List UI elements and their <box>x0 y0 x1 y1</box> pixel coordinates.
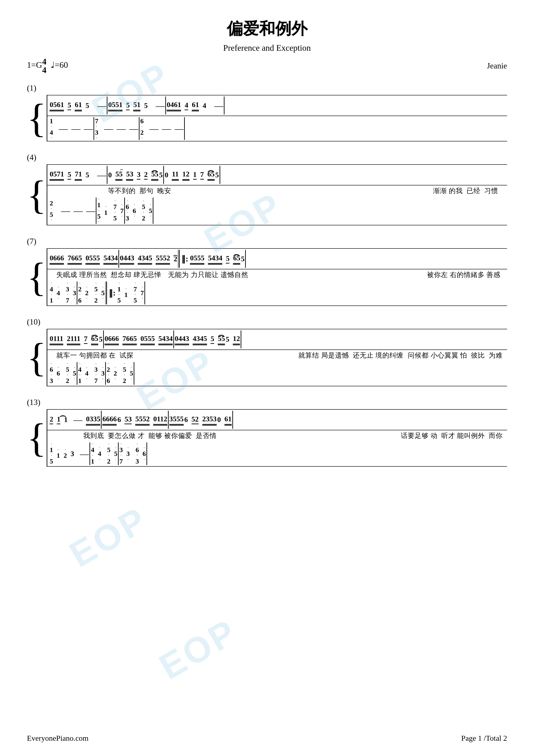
barline-3 <box>224 96 224 115</box>
section-num-3: (7) <box>27 237 507 246</box>
m5-4: 2 <box>144 170 148 179</box>
subtitle: Preference and Exception <box>27 43 507 53</box>
footer: EveryonePiano.com Page 1 /Total 2 <box>27 734 507 742</box>
m1-t2: 5 <box>67 101 71 110</box>
lyrics-4: 就车一 句拥回都 在 试探 就算结 局是遗憾 还无止 境的纠缠 问候都 小心翼翼… <box>47 350 507 361</box>
meta-row: 1=G44 ♩=60 Jeanie <box>27 57 507 74</box>
section-num-5: (13) <box>27 397 507 407</box>
m2-t4: 5 <box>144 101 148 110</box>
bass-5: ·1·5 ·1 ·2 3 — ·4·1 ·4· <box>47 441 507 467</box>
section-num-2: (4) <box>27 153 507 162</box>
lyrics-5: 我到底 要怎么做 才 能够 被你偏爱 是否情 话要足够 动 听才 能叫例外 而你 <box>47 430 507 441</box>
treble-1: 0561 5 61 5 — 0551 5 <box>47 95 507 116</box>
footer-left: EveryonePiano.com <box>27 734 89 742</box>
section-2: (4) { 0571 5 71 5 — <box>27 153 507 225</box>
treble-4: 0111 2111 7 65⌢ 5 0666 7665 <box>47 329 507 350</box>
treble-content-4: 0111 2111 7 65⌢ 5 0666 7665 <box>47 329 507 349</box>
b2-chord1: 7·3· <box>95 117 98 140</box>
bass-4: ·6·3 ·6· ·5·2 ·5· ·4·1 ·4· ·3·7 <box>47 361 507 386</box>
bass-1: 1·4· — — — 7·3· — — <box>47 116 507 141</box>
treble-content-2: 0571 5 71 5 — 0 55⌢ <box>47 165 507 185</box>
bass-2: 2·5· — — — ·1·5· ·1 ·7·5 <box>47 196 507 225</box>
b-barline-2 <box>139 117 140 140</box>
treble-content-5: 2⌢ 1 1 — 0335 6666 6 53 <box>47 410 507 430</box>
m3-t3: 61 <box>192 100 199 110</box>
composer: Jeanie <box>487 61 507 70</box>
m3-dash: — <box>214 100 223 111</box>
m4-2: 5 <box>67 170 71 179</box>
footer-right: Page 1 /Total 2 <box>461 734 507 742</box>
lyrics-2: 等不到的 那句 晚安 渐渐 的我 已经 习惯 <box>47 185 507 196</box>
barline-1 <box>107 96 108 115</box>
b-barline-3 <box>184 117 185 140</box>
treble-content-3: 0666 7665 0555 5434 0443 4345 5552 <box>47 249 507 269</box>
b3-chord1: 6·2· <box>140 117 143 140</box>
title-section: 偏爱和例外 Preference and Exception <box>27 18 507 53</box>
bass-3: ·4·1 ·4· ·3·7 ·3· ·2·6 ·2· ·5·2 <box>47 280 507 306</box>
m4-1: 0571 <box>50 170 64 180</box>
m2-t3: 51 <box>133 100 140 110</box>
barline-4 <box>107 166 108 184</box>
section-5: (13) { 2⌢ 1 1 — 0335 <box>27 397 507 467</box>
score-row-4: { 0111 2111 7 65⌢ 5 <box>27 329 507 386</box>
m1-t1: 0561 <box>50 100 64 110</box>
section-4: (10) { 0111 2111 7 65⌢ 5 <box>27 317 507 386</box>
m1-dash: — <box>97 100 106 111</box>
brace-3: { <box>27 248 47 306</box>
m5-5: 55⌢ <box>151 170 158 180</box>
section-num-4: (10) <box>27 317 507 327</box>
tempo-info: 1=G44 ♩=60 <box>27 57 68 74</box>
brace-5: { <box>27 409 47 467</box>
score-row-1-treble: { 0561 5 61 5 — <box>27 95 507 141</box>
m5-1: 55⌢ <box>115 170 122 180</box>
treble-3: 0666 7665 0555 5434 0443 4345 5552 <box>47 248 507 269</box>
section-1: (1) { 0561 5 61 5 — <box>27 83 507 141</box>
m5-3: 3 <box>137 170 140 179</box>
m6-1: 11 <box>172 170 179 180</box>
watermark-4: EOP <box>63 498 155 575</box>
barline-6 <box>219 166 220 184</box>
lyrics-3: 失眠成 理所当然 想念却 肆无忌惮 无能为 力只能让 遗憾自然 被你左 右的情緒… <box>47 269 507 280</box>
m6-4: 7 <box>200 170 204 179</box>
m6-5: 65⌢ <box>208 170 215 180</box>
m2-dash: — <box>156 100 165 111</box>
section-num-1: (1) <box>27 83 507 93</box>
brace-4: { <box>27 329 47 386</box>
score-row-3: { 0666 7665 0555 5434 0443 <box>27 248 507 306</box>
score-row-5: { 2⌢ 1 1 — 0335 <box>27 409 507 467</box>
main-title: 偏爱和例外 <box>27 18 507 40</box>
m3-t2: 4 <box>185 101 188 110</box>
m3-t1: 0461 <box>166 100 181 110</box>
m6-3: 1 <box>193 170 197 179</box>
barline-2 <box>165 96 166 115</box>
treble-2: 0571 5 71 5 — 0 55⌢ <box>47 164 507 185</box>
m2-t2: 5 <box>126 101 130 110</box>
brace-2: { <box>27 164 47 225</box>
bass-content-5: ·1·5 ·1 ·2 3 — ·4·1 ·4· <box>47 441 507 466</box>
m4-4: 5 <box>86 171 89 179</box>
bass-content-4: ·6·3 ·6· ·5·2 ·5· ·4·1 ·4· ·3·7 <box>47 361 507 386</box>
brace-1: { <box>27 95 47 141</box>
treble-content-1: 0561 5 61 5 — 0551 5 <box>47 95 507 116</box>
treble-5: 2⌢ 1 1 — 0335 6666 6 53 <box>47 409 507 430</box>
score-row-2: { 0571 5 71 5 — <box>27 164 507 225</box>
m3-t4: 4 <box>203 101 206 110</box>
section-3: (7) { 0666 7665 0555 5434 <box>27 237 507 306</box>
bass-content-2: 2·5· — — — ·1·5· ·1 ·7·5 <box>47 196 507 225</box>
m1-t3: 61 <box>75 100 82 110</box>
barline-5 <box>163 166 164 184</box>
b1-chord1: 1·4· <box>50 117 53 140</box>
bass-content-3: ·4·1 ·4· ·3·7 ·3· ·2·6 ·2· ·5·2 <box>47 280 507 305</box>
b-barline-1 <box>93 117 94 140</box>
watermark-5: EOP <box>152 610 244 688</box>
m2-t1: 0551 <box>108 100 122 110</box>
m4-3: 71 <box>75 170 82 180</box>
page: EOP EOP EOP EOP EOP 偏爱和例外 Preference and… <box>0 0 534 756</box>
m1-t4: 5 <box>86 101 89 110</box>
bass-content-1: 1·4· — — — 7·3· — — <box>47 116 507 141</box>
m5-2: 53 <box>126 170 133 180</box>
m6-2: 12 <box>182 170 190 180</box>
